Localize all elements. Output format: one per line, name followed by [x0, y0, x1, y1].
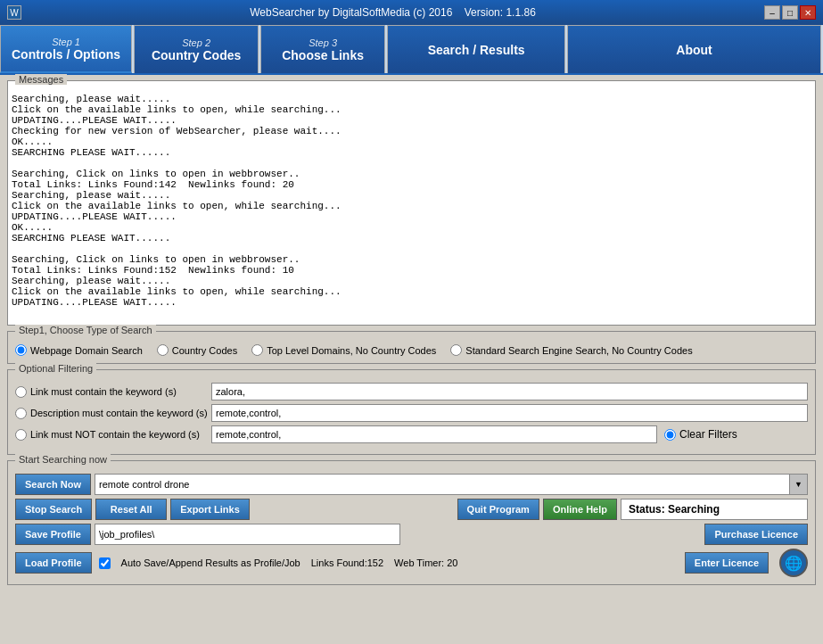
filter-radio-link-contains[interactable] — [15, 386, 27, 398]
web-timer-label: Web Timer: 20 — [394, 557, 457, 568]
globe-icon[interactable]: 🌐 — [779, 549, 808, 577]
search-type-radio-row: Webpage Domain Search Country Codes Top … — [15, 344, 808, 356]
tab-search-results[interactable]: Search / Results — [387, 25, 565, 73]
close-button[interactable]: ✕ — [800, 5, 816, 20]
status-box: Status: Searching — [621, 499, 808, 520]
filter-input-desc-contains[interactable] — [211, 404, 808, 422]
messages-group: Messages — [7, 80, 816, 326]
online-help-button[interactable]: Online Help — [543, 499, 617, 520]
messages-textarea[interactable] — [8, 90, 815, 322]
radio-country-input[interactable] — [157, 344, 169, 356]
radio-toplevel[interactable]: Top Level Domains, No Country Codes — [251, 344, 436, 356]
filter-label-link-contains: Link must contain the keyword (s) — [15, 386, 211, 398]
purchase-licence-button[interactable]: Purchase Licence — [704, 524, 808, 545]
clear-filters-radio[interactable] — [664, 429, 676, 441]
search-input[interactable] — [95, 474, 790, 495]
reset-all-button[interactable]: Reset All — [95, 499, 167, 520]
tab-title-1: Controls / Options — [12, 47, 120, 62]
search-now-button[interactable]: Search Now — [15, 474, 91, 495]
filter-radio-desc-contains[interactable] — [15, 408, 27, 419]
save-profile-button[interactable]: Save Profile — [15, 524, 91, 545]
tab-country-codes[interactable]: Step 2 Country Codes — [134, 25, 259, 73]
links-found-label: Links Found:152 — [311, 557, 383, 568]
radio-country[interactable]: Country Codes — [157, 344, 237, 356]
tab-about[interactable]: About — [567, 25, 821, 73]
main-content: Messages Step1, Choose Type of Search We… — [0, 75, 823, 590]
optional-filtering-label: Optional Filtering — [15, 363, 96, 374]
tab-step-label-2: Step 2 — [182, 37, 210, 48]
load-profile-button[interactable]: Load Profile — [15, 552, 92, 574]
tab-title-3: Choose Links — [282, 48, 364, 62]
tab-choose-links[interactable]: Step 3 Choose Links — [260, 25, 385, 73]
search-type-group: Step1, Choose Type of Search Webpage Dom… — [7, 331, 816, 364]
messages-label: Messages — [15, 74, 67, 85]
export-links-button[interactable]: Export Links — [170, 499, 250, 520]
app-title: WebSearcher by DigitalSoftMedia (c) 2016… — [21, 6, 764, 19]
radio-standard[interactable]: Standard Search Engine Search, No Countr… — [450, 344, 692, 356]
radio-standard-label: Standard Search Engine Search, No Countr… — [465, 345, 692, 356]
profile-path-input[interactable] — [95, 524, 400, 545]
search-type-label: Step1, Choose Type of Search — [15, 325, 156, 335]
status-text: Status: Searching — [629, 503, 720, 516]
quit-program-button[interactable]: Quit Program — [457, 499, 539, 520]
radio-webpage[interactable]: Webpage Domain Search — [15, 344, 143, 356]
filter-radio-link-not-contains[interactable] — [15, 429, 27, 441]
tab-bar: Step 1 Controls / Options Step 2 Country… — [0, 25, 823, 75]
filter-row-desc-contains: Description must contain the keyword (s) — [15, 404, 808, 422]
optional-filtering-group: Optional Filtering Link must contain the… — [7, 369, 816, 455]
tab-step-label-3: Step 3 — [309, 37, 337, 48]
clear-filters-label: Clear Filters — [679, 428, 737, 441]
radio-toplevel-input[interactable] — [251, 344, 263, 356]
auto-save-checkbox[interactable] — [99, 557, 111, 569]
start-searching-label: Start Searching now — [15, 454, 111, 465]
tab-step-label-1: Step 1 — [52, 37, 80, 47]
app-icon: W — [7, 5, 21, 20]
search-combo-wrapper: ▼ — [95, 474, 808, 495]
radio-country-label: Country Codes — [172, 345, 237, 356]
start-searching-group: Start Searching now Search Now ▼ Stop Se… — [7, 460, 816, 585]
radio-webpage-label: Webpage Domain Search — [30, 345, 143, 356]
filter-input-link-contains[interactable] — [211, 383, 808, 400]
radio-standard-input[interactable] — [450, 344, 462, 356]
filter-row-link-contains: Link must contain the keyword (s) — [15, 383, 808, 400]
radio-webpage-input[interactable] — [15, 344, 27, 356]
filter-input-link-not-contains[interactable] — [211, 425, 657, 443]
combo-dropdown-arrow[interactable]: ▼ — [790, 474, 808, 495]
bottom-row: Load Profile Auto Save/Append Results as… — [15, 549, 808, 577]
filter-label-desc-contains: Description must contain the keyword (s) — [15, 408, 211, 419]
stop-search-button[interactable]: Stop Search — [15, 499, 92, 520]
tab-title-2: Country Codes — [152, 48, 241, 62]
search-input-row: Search Now ▼ — [15, 474, 808, 495]
enter-licence-button[interactable]: Enter Licence — [685, 552, 769, 574]
save-profile-row: Save Profile Purchase Licence — [15, 524, 808, 545]
window-controls: – □ ✕ — [764, 5, 816, 20]
filter-label-link-not-contains: Link must NOT contain the keyword (s) — [15, 429, 211, 441]
title-bar: W WebSearcher by DigitalSoftMedia (c) 20… — [0, 0, 823, 25]
tab-title-4: Search / Results — [428, 43, 525, 57]
tab-controls-options[interactable]: Step 1 Controls / Options — [0, 25, 132, 73]
maximize-button[interactable]: □ — [782, 5, 798, 20]
bottom-info: Auto Save/Append Results as Profile/Job … — [99, 557, 458, 569]
auto-save-label: Auto Save/Append Results as Profile/Job — [121, 557, 300, 568]
tab-title-5: About — [676, 43, 712, 57]
radio-toplevel-label: Top Level Domains, No Country Codes — [267, 345, 436, 356]
filter-row-link-not-contains: Link must NOT contain the keyword (s) Cl… — [15, 425, 808, 443]
minimize-button[interactable]: – — [764, 5, 780, 20]
action-button-row: Stop Search Reset All Export Links Quit … — [15, 499, 808, 520]
